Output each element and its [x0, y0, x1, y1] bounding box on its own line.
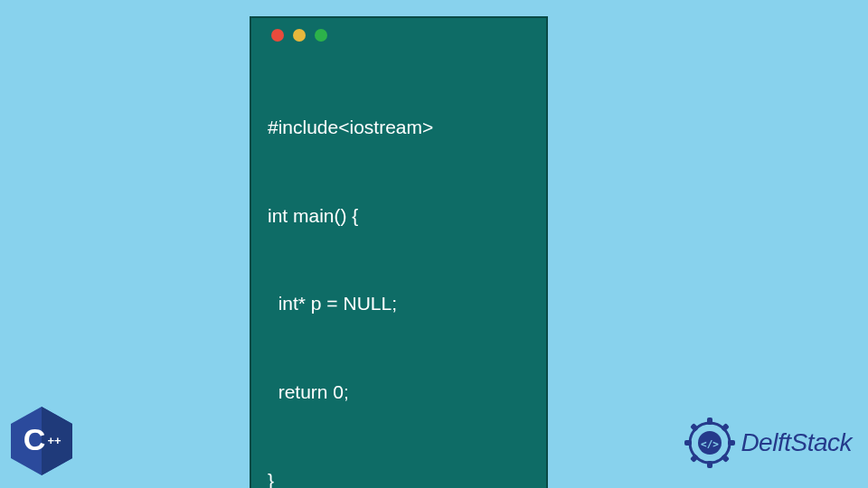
cpp-letter: C [24, 422, 46, 456]
minimize-icon [293, 29, 306, 42]
close-icon [271, 29, 284, 42]
code-line: return 0; [268, 378, 530, 408]
svg-rect-10 [721, 454, 730, 463]
code-line: } [268, 466, 530, 488]
traffic-lights [271, 29, 530, 42]
brand-name: DelftStack [741, 428, 852, 457]
svg-rect-3 [707, 418, 712, 425]
maximize-icon [315, 29, 327, 42]
code-block: #include<iostream> int main() { int* p =… [268, 54, 530, 488]
brand-code-glyph: </> [701, 438, 719, 450]
svg-rect-6 [728, 440, 735, 446]
cpp-plus: ++ [47, 434, 61, 447]
svg-rect-9 [690, 423, 699, 432]
brand-gear-icon: </> [684, 418, 735, 468]
code-line: int* p = NULL; [268, 289, 530, 319]
code-line: #include<iostream> [268, 113, 530, 143]
svg-rect-8 [690, 454, 699, 463]
svg-rect-4 [707, 461, 712, 468]
code-window: #include<iostream> int main() { int* p =… [250, 16, 548, 488]
svg-rect-7 [721, 423, 730, 432]
brand-logo: </> DelftStack [684, 418, 852, 468]
cpp-logo-icon: C ++ [9, 405, 74, 477]
code-line: int main() { [268, 202, 530, 231]
svg-rect-5 [684, 440, 692, 446]
